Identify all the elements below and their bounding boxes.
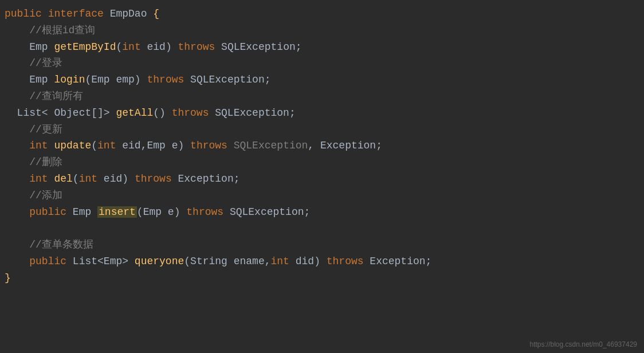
code-line-14 — [5, 220, 639, 237]
code-line-4: //登录 — [5, 55, 639, 72]
code-line-1: public interface EmpDao { — [5, 6, 639, 22]
watermark: https://blog.csdn.net/m0_46937429 — [530, 340, 637, 348]
code-line-8: //更新 — [5, 121, 639, 138]
code-line-13: public Emp insert(Emp e) throws SQLExcep… — [5, 204, 639, 221]
code-line-16: public List<Emp> queryone(String ename,i… — [5, 253, 639, 270]
code-line-11: int del(int eid) throws Exception; — [5, 171, 639, 187]
code-line-2: //根据id查询 — [5, 22, 639, 39]
code-line-9: int update(int eid,Emp e) throws SQLExce… — [5, 138, 639, 154]
code-editor: public interface EmpDao { //根据id查询 Emp g… — [0, 0, 644, 353]
code-line-5: Emp login(Emp emp) throws SQLException; — [5, 72, 639, 88]
code-line-12: //添加 — [5, 187, 639, 204]
code-line-3: Emp getEmpById(int eid) throws SQLExcept… — [5, 39, 639, 56]
code-line-15: //查单条数据 — [5, 237, 639, 253]
code-line-10: //删除 — [5, 154, 639, 171]
code-line-6: //查询所有 — [5, 88, 639, 105]
code-line-17: } — [5, 270, 639, 287]
code-line-7: List< Object[]> getAll() throws SQLExcep… — [5, 105, 639, 121]
